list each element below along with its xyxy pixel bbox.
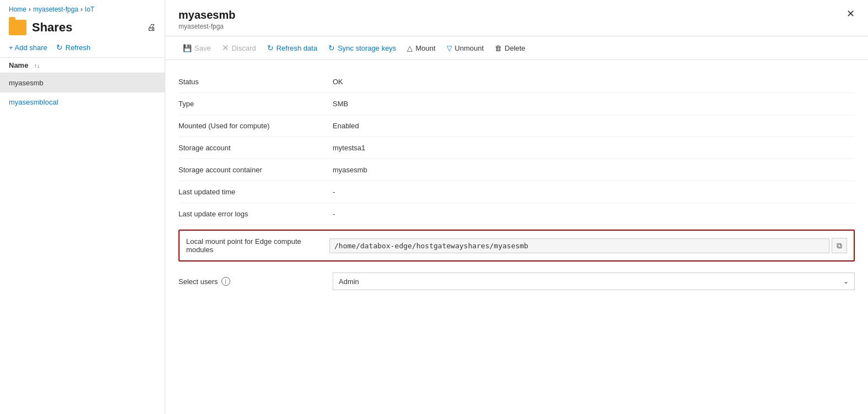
storage-account-label: Storage account xyxy=(178,144,333,152)
refresh-icon: ↻ xyxy=(56,43,63,52)
unmount-button[interactable]: ▽ Unmount xyxy=(442,42,489,55)
status-value: OK xyxy=(333,78,855,86)
last-updated-label: Last updated time xyxy=(178,188,333,196)
list-item-myasesmblocal[interactable]: myasesmblocal xyxy=(0,92,165,112)
last-updated-row: Last updated time - xyxy=(178,181,855,203)
storage-container-value: myasesmb xyxy=(333,166,855,174)
mount-label: Mount xyxy=(415,44,435,52)
status-row: Status OK xyxy=(178,71,855,93)
close-button[interactable]: ✕ xyxy=(838,9,855,19)
breadcrumb-section[interactable]: IoT xyxy=(85,6,94,13)
add-share-button[interactable]: + Add share xyxy=(9,43,47,52)
unmount-icon: ▽ xyxy=(447,44,452,52)
error-logs-row: Last update error logs - xyxy=(178,203,855,225)
save-label: Save xyxy=(194,44,211,52)
sidebar-title: Shares xyxy=(32,20,72,35)
breadcrumb: Home › myasetest-fpga › IoT xyxy=(0,0,165,17)
sidebar: Home › myasetest-fpga › IoT Shares 🖨 + A… xyxy=(0,0,165,414)
panel-subtitle: myasetest-fpga xyxy=(178,23,838,30)
folder-icon xyxy=(9,20,26,35)
storage-account-row: Storage account mytestsa1 xyxy=(178,137,855,159)
delete-icon: 🗑 xyxy=(495,44,502,52)
type-row: Type SMB xyxy=(178,93,855,115)
select-users-row: Select users i Admin ⌄ xyxy=(178,266,855,297)
discard-icon: ✕ xyxy=(222,43,229,53)
save-button[interactable]: 💾 Save xyxy=(178,42,215,55)
select-users-value: Admin xyxy=(339,277,359,286)
refresh-data-icon: ↻ xyxy=(267,43,274,52)
local-mount-label: Local mount point for Edge compute modul… xyxy=(186,237,329,254)
storage-container-row: Storage account container myasesmb xyxy=(178,159,855,181)
breadcrumb-home[interactable]: Home xyxy=(9,6,26,13)
list-header: Name ↑↓ xyxy=(0,57,165,73)
last-updated-value: - xyxy=(333,188,855,196)
sidebar-toolbar: + Add share ↻ Refresh xyxy=(0,41,165,57)
info-icon[interactable]: i xyxy=(221,277,230,286)
select-users-dropdown[interactable]: Admin ⌄ xyxy=(333,273,855,290)
error-logs-label: Last update error logs xyxy=(178,210,333,218)
save-icon: 💾 xyxy=(183,44,192,52)
name-column-header: Name xyxy=(9,61,28,69)
panel-toolbar: 💾 Save ✕ Discard ↻ Refresh data ↻ Sync s… xyxy=(165,36,868,60)
error-logs-value: - xyxy=(333,210,855,218)
mount-button[interactable]: △ Mount xyxy=(403,42,440,55)
sync-storage-keys-label: Sync storage keys xyxy=(338,44,396,52)
refresh-data-label: Refresh data xyxy=(276,44,317,52)
print-icon[interactable]: 🖨 xyxy=(147,23,156,32)
discard-label: Discard xyxy=(232,44,256,52)
sort-icon[interactable]: ↑↓ xyxy=(34,62,40,69)
refresh-button[interactable]: ↻ Refresh xyxy=(56,43,91,52)
panel-content: Status OK Type SMB Mounted (Used for com… xyxy=(165,60,868,414)
local-mount-path: /home/databox-edge/hostgatewayshares/mya… xyxy=(329,238,829,253)
copy-path-button[interactable]: ⧉ xyxy=(832,238,847,253)
mounted-value: Enabled xyxy=(333,122,855,130)
list-item-myasesmb[interactable]: myasesmb xyxy=(0,73,165,92)
panel-header: myasesmb myasetest-fpga ✕ xyxy=(165,0,868,36)
delete-label: Delete xyxy=(504,44,525,52)
storage-account-value: mytestsa1 xyxy=(333,144,855,152)
breadcrumb-device[interactable]: myasetest-fpga xyxy=(33,6,78,13)
delete-button[interactable]: 🗑 Delete xyxy=(490,42,530,55)
main-panel: myasesmb myasetest-fpga ✕ 💾 Save ✕ Disca… xyxy=(165,0,868,414)
type-label: Type xyxy=(178,100,333,108)
status-label: Status xyxy=(178,78,333,86)
unmount-label: Unmount xyxy=(455,44,484,52)
chevron-down-icon: ⌄ xyxy=(843,277,849,285)
sync-storage-keys-button[interactable]: ↻ Sync storage keys xyxy=(324,41,400,55)
panel-title: myasesmb xyxy=(178,9,838,21)
sidebar-header: Shares 🖨 xyxy=(0,17,165,41)
local-mount-value-area: /home/databox-edge/hostgatewayshares/mya… xyxy=(329,238,847,253)
storage-container-label: Storage account container xyxy=(178,166,333,174)
refresh-label: Refresh xyxy=(66,43,91,52)
refresh-data-button[interactable]: ↻ Refresh data xyxy=(263,41,322,55)
discard-button[interactable]: ✕ Discard xyxy=(218,41,261,55)
mounted-label: Mounted (Used for compute) xyxy=(178,122,333,130)
mount-icon: △ xyxy=(407,44,413,52)
select-users-label: Select users i xyxy=(178,277,333,286)
panel-title-area: myasesmb myasetest-fpga xyxy=(178,9,838,30)
mounted-row: Mounted (Used for compute) Enabled xyxy=(178,115,855,137)
sync-icon: ↻ xyxy=(328,43,335,52)
type-value: SMB xyxy=(333,100,855,108)
local-mount-row: Local mount point for Edge compute modul… xyxy=(178,230,855,262)
